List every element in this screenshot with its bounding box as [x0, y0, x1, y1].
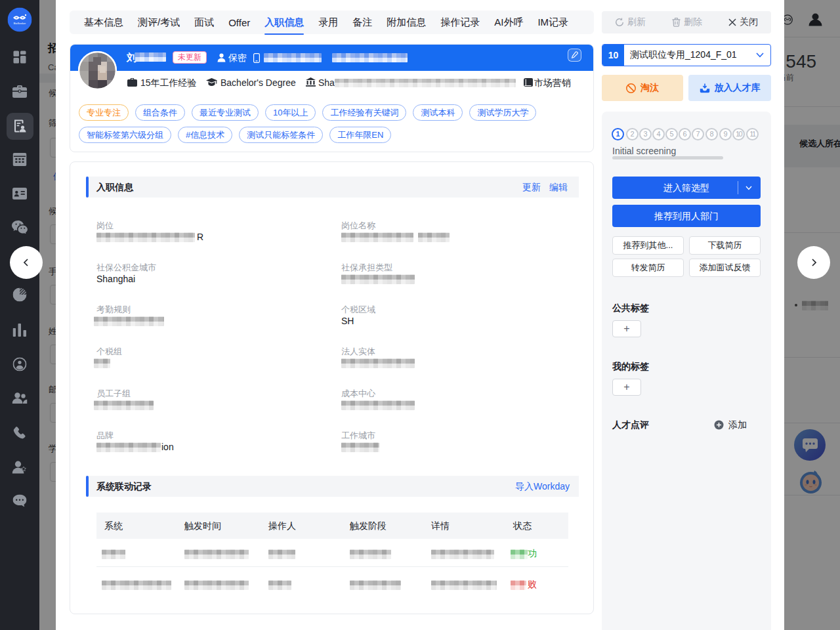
- svg-text:BioSeeker: BioSeeker: [14, 22, 26, 25]
